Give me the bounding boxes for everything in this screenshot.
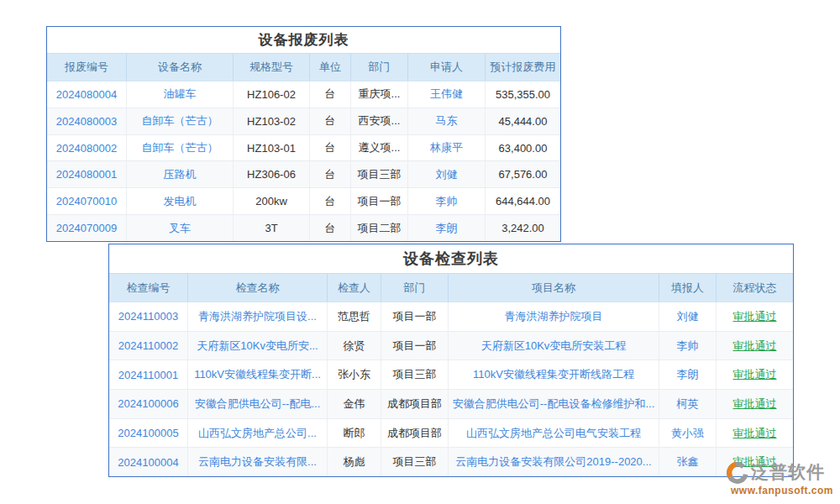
cell-text: 范思哲 bbox=[328, 302, 381, 331]
cell-link[interactable]: 自卸车（芒古） bbox=[127, 135, 234, 161]
column-header: 检查名称 bbox=[188, 274, 328, 302]
cell-text: 重庆项... bbox=[351, 81, 408, 108]
inspection-list-body: 2024110003青海洪湖养护院项目设...范思哲项目一部青海洪湖养护院项目刘… bbox=[109, 302, 793, 476]
cell-text: 3T bbox=[234, 215, 310, 241]
cell-link[interactable]: 2024110002 bbox=[109, 332, 188, 360]
status-link[interactable]: 审批通过 bbox=[717, 332, 793, 360]
cell-link[interactable]: 2024080002 bbox=[47, 135, 127, 161]
cell-text: HZ103-01 bbox=[234, 135, 310, 161]
cell-text: 项目三部 bbox=[351, 161, 408, 187]
cell-link[interactable]: 青海洪湖养护院项目设... bbox=[188, 302, 328, 331]
cell-link[interactable]: 2024110003 bbox=[109, 302, 188, 331]
table-row: 2024080003自卸车（芒古）HZ103-02台西安项...马东45,444… bbox=[47, 108, 560, 134]
cell-link[interactable]: 安徽合肥供电公司--配电设备检修维护和... bbox=[449, 390, 659, 418]
cell-link[interactable]: 油罐车 bbox=[127, 81, 234, 108]
cell-link[interactable]: 2024080003 bbox=[47, 108, 127, 134]
table-row: 2024110002天府新区10Kv变电所安...徐贤项目一部天府新区10Kv变… bbox=[109, 331, 793, 360]
column-header: 流程状态 bbox=[717, 274, 793, 302]
fanpusoft-watermark: 泛普软件 www.fanpusoft.com bbox=[726, 460, 838, 496]
cell-link[interactable]: 110kV安徽线程集变开断... bbox=[188, 360, 328, 389]
cell-link[interactable]: 天府新区10Kv变电所安装工程 bbox=[449, 332, 659, 360]
inspection-list-table: 设备检查列表 检查编号检查名称检查人部门项目名称填报人流程状态 20241100… bbox=[108, 244, 794, 477]
table-row: 2024110001110kV安徽线程集变开断...张小东项目三部110kV安徽… bbox=[109, 360, 793, 389]
column-header: 报废编号 bbox=[47, 54, 127, 81]
cell-link[interactable]: 叉车 bbox=[127, 215, 234, 241]
column-header: 预计报废费用 bbox=[486, 54, 560, 81]
cell-link[interactable]: 2024080001 bbox=[47, 161, 127, 187]
cell-text: 台 bbox=[310, 161, 351, 187]
cell-text: 644,644.00 bbox=[486, 188, 560, 214]
cell-link[interactable]: 2024110001 bbox=[109, 360, 188, 389]
column-header: 单位 bbox=[310, 54, 351, 81]
cell-link[interactable]: 李帅 bbox=[408, 188, 486, 214]
column-header: 设备名称 bbox=[127, 54, 234, 81]
cell-text: HZ306-06 bbox=[234, 161, 310, 187]
scrap-list-body: 2024080004油罐车HZ106-02台重庆项...王伟健535,355.0… bbox=[47, 81, 560, 241]
cell-text: HZ106-02 bbox=[234, 81, 310, 108]
cell-link[interactable]: 刘健 bbox=[408, 161, 486, 187]
cell-text: 项目二部 bbox=[351, 215, 408, 241]
cell-link[interactable]: 安徽合肥供电公司--配电... bbox=[188, 390, 328, 418]
cell-link[interactable]: 山西弘文房地产总公司... bbox=[188, 419, 328, 448]
scrap-list-table: 设备报废列表 报废编号设备名称规格型号单位部门申请人预计报废费用 2024080… bbox=[46, 26, 561, 242]
status-link[interactable]: 审批通过 bbox=[717, 419, 793, 448]
cell-link[interactable]: 王伟健 bbox=[408, 81, 486, 108]
cell-text: 台 bbox=[310, 81, 351, 108]
cell-text: 台 bbox=[310, 188, 351, 214]
status-link[interactable]: 审批通过 bbox=[717, 360, 793, 389]
cell-text: 遵义项... bbox=[351, 135, 408, 161]
brand-url: www.fanpusoft.com bbox=[726, 485, 838, 496]
cell-link[interactable]: 李帅 bbox=[659, 332, 717, 360]
table-row: 2024080001压路机HZ306-06台项目三部刘健67,576.00 bbox=[47, 160, 560, 187]
cell-text: 项目一部 bbox=[381, 302, 449, 331]
cell-text: 63,400.00 bbox=[486, 135, 560, 161]
status-link[interactable]: 审批通过 bbox=[717, 302, 793, 331]
cell-link[interactable]: 110kV安徽线程集变开断线路工程 bbox=[449, 360, 659, 389]
cell-text: 成都项目部 bbox=[381, 419, 449, 448]
cell-link[interactable]: 2024100004 bbox=[109, 448, 188, 476]
cell-link[interactable]: 2024080004 bbox=[47, 81, 127, 108]
cell-link[interactable]: 发电机 bbox=[127, 188, 234, 214]
cell-text: 200kw bbox=[234, 188, 310, 214]
scrap-list-title: 设备报废列表 bbox=[47, 27, 560, 53]
cell-link[interactable]: 张鑫 bbox=[659, 448, 717, 476]
cell-link[interactable]: 马东 bbox=[408, 108, 486, 134]
column-header: 部门 bbox=[381, 274, 449, 302]
status-link[interactable]: 审批通过 bbox=[717, 390, 793, 418]
column-header: 规格型号 bbox=[234, 54, 310, 81]
column-header: 检查编号 bbox=[109, 274, 188, 302]
cell-link[interactable]: 2024070010 bbox=[47, 188, 127, 214]
table-row: 2024100005山西弘文房地产总公司...断郎成都项目部山西弘文房地产总公司… bbox=[109, 418, 793, 448]
cell-text: 3,242.00 bbox=[486, 215, 560, 241]
table-row: 2024070009叉车3T台项目二部李朗3,242.00 bbox=[47, 214, 560, 241]
cell-link[interactable]: 云南电力设备安装有限... bbox=[188, 448, 328, 476]
column-header: 填报人 bbox=[659, 274, 717, 302]
cell-link[interactable]: 李朗 bbox=[659, 360, 717, 389]
cell-text: 成都项目部 bbox=[381, 390, 449, 418]
cell-text: 杨彪 bbox=[328, 448, 381, 476]
cell-link[interactable]: 2024070009 bbox=[47, 215, 127, 241]
cell-text: 535,355.00 bbox=[486, 81, 560, 108]
cell-link[interactable]: 青海洪湖养护院项目 bbox=[449, 302, 659, 331]
cell-link[interactable]: 林康平 bbox=[408, 135, 486, 161]
cell-link[interactable]: 刘健 bbox=[659, 302, 717, 331]
cell-link[interactable]: 2024100005 bbox=[109, 419, 188, 448]
cell-link[interactable]: 李朗 bbox=[408, 215, 486, 241]
cell-link[interactable]: 山西弘文房地产总公司电气安装工程 bbox=[449, 419, 659, 448]
cell-link[interactable]: 黄小强 bbox=[659, 419, 717, 448]
cell-text: 台 bbox=[310, 135, 351, 161]
table-row: 2024070010发电机200kw台项目一部李帅644,644.00 bbox=[47, 187, 560, 214]
cell-link[interactable]: 压路机 bbox=[127, 161, 234, 187]
cell-link[interactable]: 2024100006 bbox=[109, 390, 188, 418]
column-header: 检查人 bbox=[328, 274, 381, 302]
table-row: 2024080004油罐车HZ106-02台重庆项...王伟健535,355.0… bbox=[47, 81, 560, 108]
column-header: 申请人 bbox=[408, 54, 486, 81]
column-header: 部门 bbox=[351, 54, 408, 81]
cell-link[interactable]: 天府新区10Kv变电所安... bbox=[188, 332, 328, 360]
cell-link[interactable]: 柯英 bbox=[659, 390, 717, 418]
cell-link[interactable]: 云南电力设备安装有限公司2019--2020... bbox=[449, 448, 659, 476]
cell-text: 67,576.00 bbox=[486, 161, 560, 187]
cell-text: 台 bbox=[310, 215, 351, 241]
cell-link[interactable]: 自卸车（芒古） bbox=[127, 108, 234, 134]
table-row: 2024100006安徽合肥供电公司--配电...金伟成都项目部安徽合肥供电公司… bbox=[109, 389, 793, 418]
